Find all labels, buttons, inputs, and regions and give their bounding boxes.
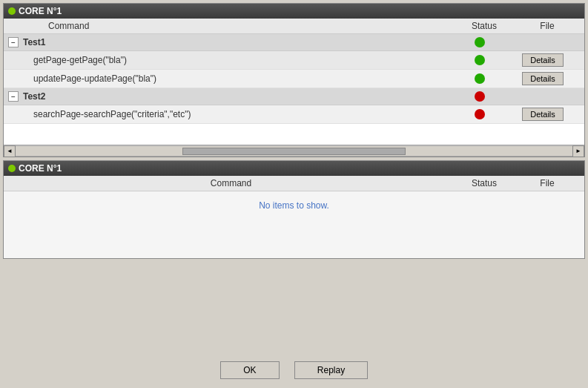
bottom-panel: CORE N°1 Command Status File No items to… — [3, 160, 585, 259]
top-col-file-label: File — [510, 21, 584, 31]
top-col-command-label: Command — [4, 21, 458, 31]
test1-cmd2-row: updatePage-updatePage("bla") Details — [4, 70, 584, 88]
test1-status-dot — [475, 37, 485, 47]
test1-expand-btn[interactable]: − — [8, 37, 19, 47]
no-items-message: No items to show. — [4, 191, 584, 220]
test1-cmd1-text: getPage-getPage("bla") — [33, 55, 454, 65]
test1-cmd2-file-cell: Details — [506, 72, 580, 85]
top-panel-title: CORE N°1 — [19, 6, 62, 16]
main-container: CORE N°1 Command Status File − Test1 get… — [0, 0, 588, 388]
test2-status-dot — [475, 91, 485, 102]
ok-button[interactable]: OK — [220, 361, 280, 379]
test1-cmd1-dot — [475, 55, 485, 65]
test1-cmd1-row: getPage-getPage("bla") Details — [4, 51, 584, 70]
scroll-track[interactable] — [16, 145, 572, 157]
test2-status-cell — [454, 91, 506, 102]
bottom-core-icon — [8, 165, 16, 172]
bottom-col-status-label: Status — [458, 178, 510, 188]
top-grid-header: Command Status File — [4, 19, 584, 34]
scroll-left-btn[interactable]: ◄ — [4, 145, 16, 157]
bottom-panel-header: CORE N°1 — [4, 161, 584, 176]
test1-cmd2-dot — [475, 73, 485, 84]
footer: OK Replay — [3, 355, 585, 385]
test1-status-cell — [454, 37, 506, 47]
horizontal-scrollbar[interactable]: ◄ ► — [4, 145, 584, 157]
test2-expand-btn[interactable]: − — [8, 91, 19, 102]
bottom-col-command-label: Command — [4, 178, 458, 188]
replay-button[interactable]: Replay — [294, 361, 368, 379]
scroll-thumb[interactable] — [182, 148, 405, 155]
test2-cmd1-details-btn[interactable]: Details — [522, 108, 564, 121]
test2-cmd1-text: searchPage-searchPage("criteria","etc") — [33, 109, 454, 119]
bottom-content: No items to show. — [4, 191, 584, 258]
bottom-grid-header: Command Status File — [4, 176, 584, 191]
test1-cmd2-status-cell — [454, 73, 506, 84]
empty-area — [3, 259, 585, 356]
test1-cmd2-text: updatePage-updatePage("bla") — [33, 73, 454, 84]
test1-cmd2-details-btn[interactable]: Details — [522, 72, 564, 85]
test1-cmd1-status-cell — [454, 55, 506, 65]
bottom-col-file-label: File — [510, 178, 584, 188]
test2-cmd1-dot — [475, 109, 485, 119]
bottom-panel-title: CORE N°1 — [19, 163, 62, 174]
top-panel: CORE N°1 Command Status File − Test1 get… — [3, 3, 585, 157]
test2-row: − Test2 — [4, 88, 584, 105]
test2-cmd1-row: searchPage-searchPage("criteria","etc") … — [4, 105, 584, 124]
test2-cmd1-file-cell: Details — [506, 108, 580, 121]
empty-spacer — [4, 124, 584, 145]
test1-row: − Test1 — [4, 34, 584, 51]
test1-cmd1-file-cell: Details — [506, 53, 580, 67]
test2-cmd1-status-cell — [454, 109, 506, 119]
top-col-status-label: Status — [458, 21, 510, 31]
test1-name: Test1 — [23, 37, 454, 47]
top-panel-header: CORE N°1 — [4, 4, 584, 19]
core-status-icon — [8, 7, 16, 15]
scroll-right-btn[interactable]: ► — [572, 145, 584, 157]
test2-name: Test2 — [23, 91, 454, 102]
test1-cmd1-details-btn[interactable]: Details — [522, 53, 564, 67]
